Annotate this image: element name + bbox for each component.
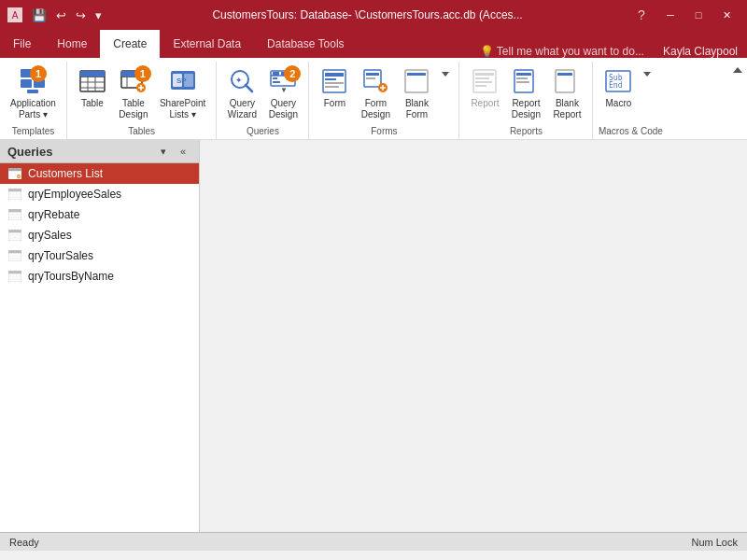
ribbon-group-macros: Sub End Macro Macros & Code: [593, 62, 668, 139]
minimize-button[interactable]: ─: [657, 5, 684, 25]
queries-items: ✦ QueryWizard 2 ▼: [220, 62, 304, 124]
badge-table-design: 1: [134, 65, 151, 82]
tell-me-text: 💡 Tell me what you want to do...: [480, 45, 644, 58]
svg-rect-37: [325, 73, 344, 77]
macro-button[interactable]: Sub End Macro: [599, 63, 638, 112]
sharepoint-lists-button[interactable]: SP SharePointLists ▾: [155, 63, 210, 123]
nav-item-label-toursbyname: qryToursByName: [28, 270, 114, 283]
blank-form-button[interactable]: BlankForm: [397, 63, 436, 123]
status-text: Ready: [9, 537, 39, 548]
report-button[interactable]: Report: [465, 63, 504, 112]
svg-rect-17: [121, 71, 127, 77]
templates-label: Templates: [4, 124, 63, 139]
svg-rect-52: [475, 77, 489, 79]
svg-marker-49: [442, 72, 449, 77]
svg-text:SP: SP: [176, 77, 187, 85]
ribbon-collapse-button[interactable]: [728, 62, 747, 139]
nav-item-qrysales[interactable]: qrySales: [0, 225, 199, 245]
maximize-button[interactable]: □: [685, 5, 712, 25]
table-button[interactable]: Table: [73, 63, 112, 112]
svg-rect-51: [475, 73, 494, 76]
query-wizard-label: QueryWizard: [228, 98, 257, 120]
svg-marker-65: [733, 67, 742, 73]
application-parts-label: ApplicationParts ▾: [10, 98, 56, 120]
report-design-label: ReportDesign: [512, 98, 541, 120]
macro-icon: Sub End: [603, 66, 633, 96]
svg-rect-67: [8, 168, 21, 171]
tab-home[interactable]: Home: [44, 30, 100, 58]
nav-item-qryemployeesales[interactable]: qryEmployeeSales: [0, 184, 199, 204]
tables-label: Tables: [71, 124, 212, 139]
svg-rect-54: [475, 85, 486, 87]
table-label: Table: [81, 98, 104, 109]
customize-btn[interactable]: ▾: [92, 7, 106, 24]
nav-item-qrytoursales[interactable]: qryTourSales: [0, 245, 199, 266]
svg-rect-31: [273, 72, 279, 76]
tables-items: Table 1 TableDesign: [71, 62, 212, 124]
tell-me-box[interactable]: 💡 Tell me what you want to do...: [471, 45, 654, 58]
forms-more-button[interactable]: [438, 63, 453, 123]
form-design-label: FormDesign: [361, 98, 390, 120]
form-label: Form: [324, 98, 345, 109]
window-title: CustomersTours: Database- \CustomersTour…: [106, 8, 629, 21]
help-button[interactable]: ?: [629, 3, 654, 27]
table-design-button[interactable]: 1 TableDesign: [114, 63, 153, 123]
blank-report-button[interactable]: BlankReport: [547, 63, 586, 123]
form-button[interactable]: Form: [315, 63, 354, 112]
badge-1: 1: [30, 65, 47, 82]
report-design-button[interactable]: ReportDesign: [506, 63, 545, 123]
sharepoint-lists-icon: SP: [168, 66, 198, 96]
nav-item-qrytoursbyname[interactable]: qryToursByName: [0, 266, 199, 287]
nav-filter-button[interactable]: ▾: [155, 144, 172, 159]
svg-rect-84: [8, 230, 21, 232]
macros-items: Sub End Macro: [597, 62, 664, 124]
nav-panel-header: Queries ▾ «: [0, 140, 199, 163]
svg-rect-89: [8, 250, 21, 253]
tab-create[interactable]: Create: [100, 30, 160, 58]
nav-item-qryrebate[interactable]: qryRebate: [0, 204, 199, 225]
nav-collapse-button[interactable]: «: [175, 144, 191, 159]
tab-database-tools[interactable]: Database Tools: [254, 30, 358, 58]
report-design-icon: [511, 66, 541, 96]
form-design-button[interactable]: FormDesign: [356, 63, 395, 123]
query-design-button[interactable]: 2 ▼ QueryDesign: [263, 63, 303, 123]
nav-item-customers-list[interactable]: Customers List: [0, 163, 199, 184]
reports-label: Reports: [463, 124, 588, 139]
svg-rect-56: [516, 73, 531, 76]
svg-rect-48: [407, 73, 426, 76]
query-wizard-button[interactable]: ✦ QueryWizard: [222, 63, 261, 123]
undo-btn[interactable]: ↩: [52, 7, 70, 24]
close-button[interactable]: ✕: [713, 5, 740, 25]
svg-marker-64: [643, 72, 651, 77]
nav-panel-title: Queries: [7, 145, 52, 159]
tab-external-data[interactable]: External Data: [160, 30, 254, 58]
templates-items: 1 ApplicationParts ▾: [4, 62, 63, 124]
svg-rect-74: [8, 189, 21, 191]
macros-more-button[interactable]: [640, 63, 655, 123]
report-label: Report: [471, 98, 499, 109]
svg-text:End: End: [609, 81, 623, 90]
ribbon-group-reports: Report ReportDesign: [459, 62, 593, 139]
tab-file[interactable]: File: [0, 30, 44, 58]
application-parts-button[interactable]: 1 ApplicationParts ▾: [6, 63, 61, 123]
svg-rect-58: [516, 81, 529, 83]
queries-label: Queries: [220, 124, 304, 139]
ribbon-group-templates: 1 ApplicationParts ▾ Templates: [0, 62, 67, 139]
svg-rect-94: [8, 271, 21, 273]
svg-line-27: [246, 85, 252, 91]
ribbon-content: 1 ApplicationParts ▾ Templates: [0, 58, 747, 140]
blank-form-icon: [402, 66, 431, 96]
svg-rect-43: [366, 77, 375, 79]
user-name: Kayla Claypool: [654, 45, 747, 58]
svg-rect-33: [273, 77, 277, 79]
title-bar-left: A 💾 ↩ ↪ ▾: [7, 7, 106, 24]
redo-btn[interactable]: ↪: [72, 7, 90, 24]
nav-item-label-sales: qrySales: [28, 229, 72, 242]
title-bar: A 💾 ↩ ↪ ▾ CustomersTours: Database- \Cus…: [0, 0, 747, 30]
save-btn[interactable]: 💾: [28, 7, 50, 24]
svg-rect-4: [27, 90, 38, 93]
svg-text:▼: ▼: [280, 86, 288, 94]
content-area: [200, 140, 747, 532]
ribbon-group-queries: ✦ QueryWizard 2 ▼: [217, 62, 309, 139]
svg-rect-79: [8, 209, 21, 212]
